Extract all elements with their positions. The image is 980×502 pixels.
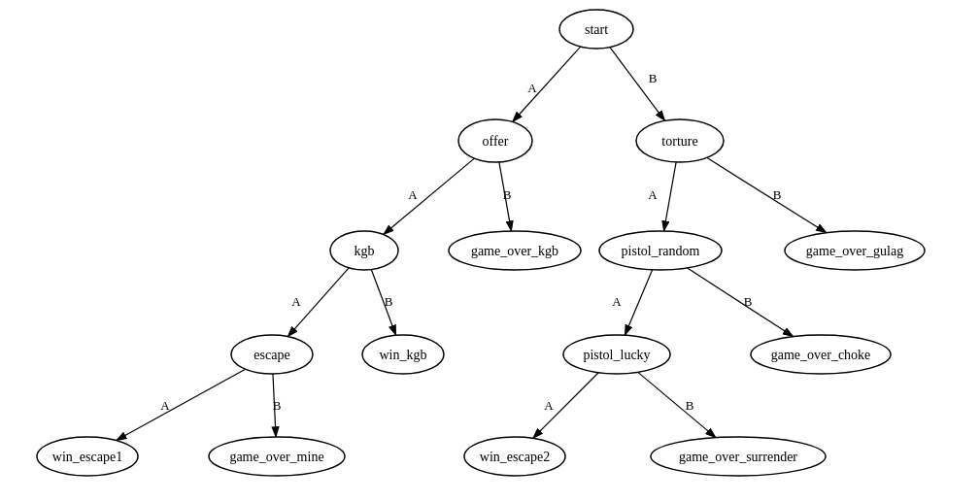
svg-line-9 [625,270,652,335]
node-game_over_choke: game_over_choke [751,335,891,374]
node-start: start [559,10,633,49]
node-kgb: kgb [330,231,398,270]
node-label-kgb: kgb [355,244,375,258]
node-label-game_over_kgb: game_over_kgb [471,244,558,258]
node-label-game_over_choke: game_over_choke [771,348,871,362]
svg-line-6 [707,157,827,232]
node-game_over_mine: game_over_mine [209,437,345,476]
node-label-escape: escape [253,348,289,362]
node-win_escape2: win_escape2 [464,437,565,476]
svg-line-14 [638,372,716,437]
graph: ABABABABABABABstartoffertorturekgbgame_o… [0,0,980,502]
svg-line-5 [664,162,677,231]
edge-torture-pistol_random: A [648,162,676,231]
edge-label-pistol_random-pistol_lucky: A [612,294,622,309]
edge-kgb-escape: A [287,268,349,337]
edge-label-torture-pistol_random: A [648,187,658,202]
edge-label-torture-game_over_gulag: B [773,187,782,202]
edge-offer-game_over_kgb: B [499,162,512,231]
edge-kgb-win_kgb: B [371,270,395,336]
svg-line-3 [384,158,475,234]
edge-label-offer-kgb: A [408,187,418,202]
node-label-win_escape1: win_escape1 [52,450,122,464]
edge-offer-kgb: A [384,158,475,234]
edge-label-pistol_lucky-win_escape2: A [544,398,554,413]
edge-pistol_random-pistol_lucky: A [612,270,652,335]
node-label-game_over_surrender: game_over_surrender [679,450,797,464]
node-label-torture: torture [661,134,697,149]
edge-pistol_random-game_over_choke: B [688,268,794,337]
node-pistol_random: pistol_random [599,231,722,270]
edge-pistol_lucky-game_over_surrender: B [638,372,716,437]
edge-label-pistol_random-game_over_choke: B [744,294,753,309]
node-win_kgb: win_kgb [362,335,444,374]
edge-label-escape-win_escape1: A [160,398,170,413]
edge-label-start-offer: A [527,81,537,95]
node-offer: offer [458,119,532,162]
node-label-win_escape2: win_escape2 [480,450,550,464]
edge-escape-win_escape1: A [117,369,246,440]
svg-line-10 [688,268,794,337]
edge-label-offer-game_over_kgb: B [503,187,512,202]
node-game_over_surrender: game_over_surrender [651,437,826,476]
node-label-pistol_random: pistol_random [622,244,700,258]
node-label-pistol_lucky: pistol_lucky [583,348,650,362]
node-label-start: start [585,22,608,37]
node-game_over_kgb: game_over_kgb [449,231,581,270]
edge-label-escape-game_over_mine: B [273,398,282,413]
edge-escape-game_over_mine: B [273,374,282,437]
node-escape: escape [231,335,313,374]
node-torture: torture [636,119,724,162]
edge-pistol_lucky-win_escape2: A [533,373,599,439]
edge-label-kgb-win_kgb: B [385,294,393,309]
node-win_escape1: win_escape1 [37,437,138,476]
edge-start-torture: B [610,48,665,121]
edge-label-start-torture: B [649,71,658,85]
svg-line-11 [117,369,246,440]
edge-torture-game_over_gulag: B [707,157,827,232]
node-label-offer: offer [483,134,509,149]
node-label-game_over_mine: game_over_mine [229,450,323,464]
node-pistol_lucky: pistol_lucky [563,335,670,374]
node-label-win_kgb: win_kgb [380,348,427,362]
node-label-game_over_gulag: game_over_gulag [806,244,903,258]
node-game_over_gulag: game_over_gulag [785,231,925,270]
edge-label-kgb-escape: A [291,294,301,309]
edge-label-pistol_lucky-game_over_surrender: B [686,398,694,413]
svg-line-1 [513,47,581,121]
edge-start-offer: A [513,47,581,121]
svg-line-13 [533,373,599,439]
